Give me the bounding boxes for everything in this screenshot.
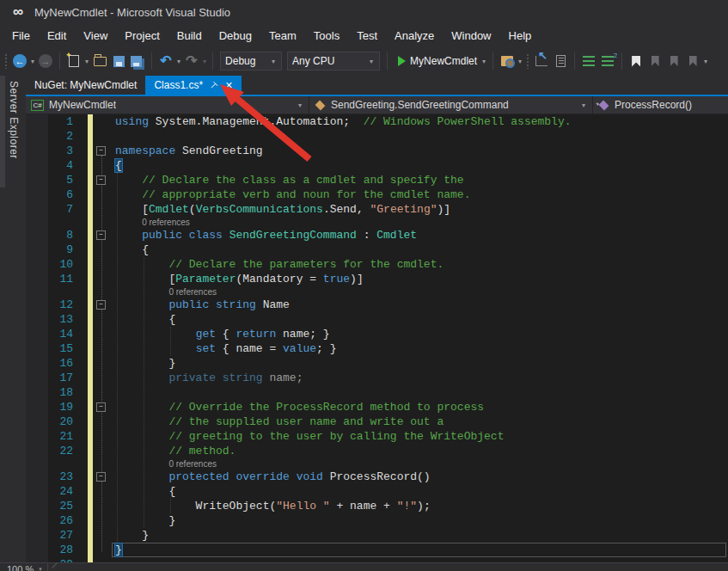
pin-icon[interactable]: ⊤ bbox=[207, 79, 219, 91]
code-text: } bbox=[115, 356, 175, 371]
toolbar: ← ▾ → ▾ ↶ ▾ ↶ ▾ Debug▾ Any CPU▾ MyNewCmd… bbox=[0, 46, 728, 76]
platform-value: Any CPU bbox=[292, 55, 334, 67]
code-line[interactable]: 12– public string Name bbox=[26, 298, 728, 312]
back-history-caret-icon[interactable]: ▾ bbox=[29, 58, 36, 65]
code-line[interactable]: 20 // the supplied user name and write o… bbox=[26, 414, 728, 429]
code-line[interactable]: 1using System.Management.Automation; // … bbox=[26, 114, 728, 129]
navigate-to-button[interactable] bbox=[532, 51, 551, 71]
code-editor[interactable]: 1using System.Management.Automation; // … bbox=[26, 114, 728, 562]
redo-button[interactable]: ↶ bbox=[182, 51, 201, 71]
code-line[interactable]: 22 // method. bbox=[26, 444, 728, 458]
menu-build[interactable]: Build bbox=[168, 26, 211, 46]
chevron-down-icon[interactable]: ▾ bbox=[39, 563, 42, 571]
document-tab[interactable]: Class1.cs*⊤✕ bbox=[145, 76, 242, 95]
code-line[interactable]: 10 // Declare the parameters for the cmd… bbox=[26, 257, 728, 272]
format-selection-button[interactable] bbox=[598, 51, 617, 71]
code-line[interactable]: 18 bbox=[26, 385, 728, 400]
toggle-bookmark-button[interactable] bbox=[627, 51, 645, 71]
code-line[interactable]: 16 } bbox=[26, 356, 728, 371]
code-line[interactable]: 3–namespace SendGreeting bbox=[26, 144, 728, 158]
menu-edit[interactable]: Edit bbox=[39, 26, 75, 46]
menu-help[interactable]: Help bbox=[500, 26, 541, 46]
code-line[interactable]: 24 { bbox=[26, 484, 728, 499]
navbar-project-dropdown[interactable]: C# MyNewCmdlet ▾ bbox=[26, 96, 309, 114]
undo-history-caret-icon[interactable]: ▾ bbox=[175, 58, 182, 65]
find-options-caret-icon[interactable]: ▾ bbox=[517, 58, 523, 65]
codelens-references[interactable]: 0 references bbox=[142, 217, 190, 228]
menu-team[interactable]: Team bbox=[260, 26, 305, 46]
menu-analyze[interactable]: Analyze bbox=[386, 26, 443, 46]
line-number: 3 bbox=[26, 144, 73, 158]
code-line[interactable]: 21 // greeting to the user by calling th… bbox=[26, 429, 728, 444]
code-line[interactable]: 27 } bbox=[26, 528, 728, 543]
document-tab[interactable]: NuGet: MyNewCmdlet bbox=[26, 76, 145, 95]
next-bookmark-button[interactable] bbox=[664, 51, 683, 71]
find-in-files-button[interactable] bbox=[498, 51, 517, 71]
save-button[interactable] bbox=[109, 51, 128, 71]
navbar-type-dropdown[interactable]: SendGreeting.SendGreetingCommand ▾ bbox=[309, 96, 593, 114]
line-number: 11 bbox=[26, 272, 73, 286]
previous-bookmark-button[interactable] bbox=[645, 51, 664, 71]
code-line[interactable]: 15 set { name = value; } bbox=[26, 341, 728, 356]
start-debugging-button[interactable]: MyNewCmdlet ▾ bbox=[392, 51, 488, 71]
solution-platform-combo[interactable]: Any CPU▾ bbox=[287, 52, 380, 71]
code-line[interactable]: 19– // Override the ProcessRecord method… bbox=[26, 400, 728, 414]
navigate-back-button[interactable]: ← bbox=[10, 51, 29, 71]
fold-collapse-icon[interactable]: – bbox=[96, 472, 106, 482]
clear-bookmarks-button[interactable] bbox=[683, 51, 702, 71]
undo-button[interactable]: ↶ bbox=[156, 51, 175, 71]
code-line[interactable]: 23– protected override void ProcessRecor… bbox=[26, 470, 728, 484]
code-line[interactable]: 9 { bbox=[26, 243, 728, 257]
toolbar-options-caret-icon[interactable]: ▾ bbox=[702, 58, 709, 65]
code-line[interactable]: 14 get { return name; } bbox=[26, 327, 728, 341]
visual-studio-window: ∞ MyNewCmdlet - Microsoft Visual Studio … bbox=[0, 0, 728, 571]
line-number: 6 bbox=[26, 187, 73, 202]
splitter-gripper-icon[interactable] bbox=[52, 562, 61, 571]
menu-window[interactable]: Window bbox=[443, 26, 499, 46]
line-number: 26 bbox=[26, 513, 73, 528]
redo-history-caret-icon[interactable]: ▾ bbox=[201, 58, 208, 65]
menu-test[interactable]: Test bbox=[348, 26, 386, 46]
code-line[interactable]: 6 // appropriate verb and noun for the c… bbox=[26, 187, 728, 202]
toolbar-drag-handle[interactable] bbox=[526, 53, 529, 69]
codelens-references[interactable]: 0 references bbox=[168, 458, 217, 470]
navigate-forward-button[interactable]: → bbox=[36, 51, 55, 71]
new-item-caret-icon[interactable]: ▾ bbox=[83, 58, 90, 65]
code-line[interactable]: 25 WriteObject("Hello " + name + "!"); bbox=[26, 499, 728, 513]
solution-configuration-combo[interactable]: Debug▾ bbox=[220, 52, 282, 71]
fold-collapse-icon[interactable]: – bbox=[96, 175, 106, 185]
format-document-button[interactable] bbox=[579, 51, 598, 71]
code-text: } bbox=[115, 528, 149, 543]
code-line[interactable]: 13 { bbox=[26, 312, 728, 327]
fold-collapse-icon[interactable]: – bbox=[96, 230, 106, 240]
code-text: // Declare the parameters for the cmdlet… bbox=[115, 257, 444, 272]
code-line[interactable]: 7 [Cmdlet(VerbsCommunications.Send, "Gre… bbox=[26, 202, 728, 217]
fold-collapse-icon[interactable]: – bbox=[96, 146, 106, 156]
code-line[interactable]: 2 bbox=[26, 129, 728, 144]
fold-collapse-icon[interactable]: – bbox=[96, 300, 106, 310]
close-icon[interactable]: ✕ bbox=[225, 80, 233, 91]
menu-tools[interactable]: Tools bbox=[305, 26, 348, 46]
new-item-button[interactable] bbox=[64, 51, 83, 71]
menu-file[interactable]: File bbox=[3, 26, 39, 46]
code-line[interactable]: 8– public class SendGreetingCommand : Cm… bbox=[26, 228, 728, 243]
code-line[interactable]: 11 [Parameter(Mandatory = true)] bbox=[26, 272, 728, 286]
server-explorer-tab[interactable]: Server Explorer bbox=[8, 81, 20, 159]
code-line[interactable]: 17 private string name; bbox=[26, 371, 728, 385]
code-line[interactable]: 5– // Declare the class as a cmdlet and … bbox=[26, 173, 728, 187]
toolbar-drag-handle[interactable] bbox=[4, 53, 8, 69]
code-line[interactable]: 4{ bbox=[26, 158, 728, 173]
save-all-button[interactable] bbox=[128, 51, 147, 71]
code-line[interactable]: 28} bbox=[26, 543, 728, 557]
fold-collapse-icon[interactable]: – bbox=[96, 402, 106, 412]
copy-structure-button[interactable] bbox=[551, 51, 570, 71]
navbar-member-dropdown[interactable]: ProcessRecord() bbox=[593, 96, 728, 114]
code-line[interactable]: 26 } bbox=[26, 513, 728, 528]
menu-project[interactable]: Project bbox=[116, 26, 168, 46]
menu-view[interactable]: View bbox=[75, 26, 116, 46]
menu-debug[interactable]: Debug bbox=[211, 26, 260, 46]
open-file-button[interactable] bbox=[90, 51, 109, 71]
zoom-level-dropdown[interactable]: 100 % bbox=[0, 563, 39, 571]
codelens-references[interactable]: 0 references bbox=[168, 286, 217, 298]
find-in-files-icon bbox=[501, 56, 513, 66]
